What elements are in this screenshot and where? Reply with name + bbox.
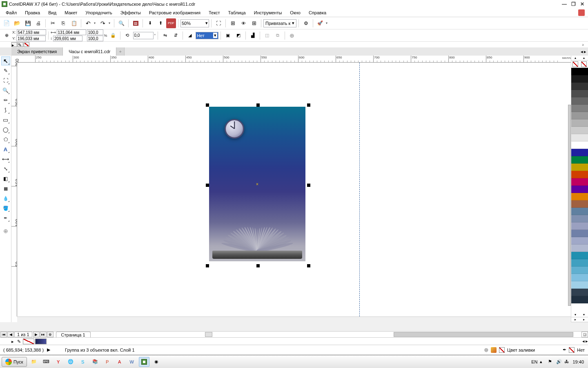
paste-button[interactable] [69, 18, 79, 28]
minimize-button[interactable]: — [560, 1, 568, 7]
task-explorer[interactable]: 📁 [29, 357, 39, 367]
color-swatch[interactable] [580, 259, 588, 267]
page-first[interactable]: ⏮ [0, 332, 7, 337]
handle-se[interactable] [307, 264, 310, 267]
task-coreldraw[interactable] [139, 357, 149, 367]
color-swatch[interactable] [580, 274, 588, 281]
outline-pen-icon[interactable]: ✒ [563, 347, 566, 352]
undo-dropdown[interactable]: ▾ [94, 21, 97, 25]
palette2-up[interactable]: ▴ [580, 56, 588, 61]
navigator-button[interactable]: ◲ [581, 332, 588, 337]
color-swatch[interactable] [580, 134, 588, 141]
color-swatch[interactable] [580, 281, 588, 289]
transparency-tool[interactable] [1, 184, 10, 193]
handle-e[interactable] [307, 184, 310, 187]
page-last[interactable]: ⏭ [40, 332, 47, 337]
print-button[interactable] [33, 18, 43, 28]
color-swatch[interactable] [580, 230, 588, 237]
lang-indicator[interactable]: EN [531, 359, 537, 364]
color-swatch[interactable] [571, 112, 580, 119]
text-tool[interactable] [1, 145, 10, 154]
horizontal-scrollbar[interactable] [17, 316, 582, 322]
scroll-right-icon[interactable]: › [582, 43, 588, 47]
powerclip-button[interactable]: ◩ [234, 31, 243, 40]
publish-button[interactable] [131, 18, 140, 28]
color-swatch[interactable] [571, 164, 580, 171]
outline-tool[interactable] [1, 213, 10, 222]
fillrow-nav-left[interactable]: ◂ [582, 339, 585, 344]
tray-clock[interactable]: 19:40 [572, 359, 584, 364]
close-button[interactable]: ✕ [578, 1, 586, 7]
ellipse-tool[interactable] [1, 125, 10, 134]
color-swatch[interactable] [580, 119, 588, 127]
fillrow-nav-right[interactable]: ▸ [586, 339, 588, 344]
save-button[interactable] [23, 18, 33, 28]
color-swatch[interactable] [580, 186, 588, 193]
artistic-media-tool[interactable] [1, 105, 10, 114]
start-button[interactable]: Пуск [2, 357, 27, 367]
next-icon[interactable]: ▶ [47, 347, 50, 352]
color-swatch[interactable] [571, 215, 580, 222]
color-swatch[interactable] [571, 281, 580, 289]
handle-n[interactable] [256, 103, 260, 107]
task-steam[interactable]: ◉ [151, 357, 162, 367]
canvas[interactable]: × [17, 63, 582, 316]
color-swatch[interactable] [580, 222, 588, 230]
tab-document[interactable]: Часы с книгой11.cdr [63, 47, 116, 56]
menu-file[interactable]: Файл [2, 9, 21, 16]
color-swatch[interactable] [580, 83, 588, 90]
color-swatch[interactable] [580, 68, 588, 75]
color-swatch[interactable] [580, 75, 588, 83]
task-chrome[interactable]: 🌐 [65, 357, 76, 367]
rectangle-tool[interactable] [1, 115, 10, 124]
tab-welcome[interactable]: Экран приветствия [11, 47, 63, 56]
menu-window[interactable]: Окно [286, 9, 305, 16]
color-swatch[interactable] [571, 186, 580, 193]
handle-ne[interactable] [307, 103, 310, 107]
redo-button[interactable] [98, 18, 108, 28]
menu-view[interactable]: Вид [44, 9, 60, 16]
rotation-input[interactable] [133, 32, 154, 39]
color-swatch[interactable] [580, 289, 588, 296]
cut-button[interactable] [48, 18, 58, 28]
zoom-select[interactable]: 50%▾ [180, 19, 209, 27]
color-swatch[interactable] [571, 274, 580, 281]
task-cmd[interactable]: ⌨ [41, 357, 51, 367]
polygon-tool[interactable] [1, 135, 10, 144]
palette-up[interactable]: ▴ [571, 56, 580, 61]
hint-pointer-icon[interactable]: ▸ [11, 42, 17, 47]
tab-nav-left-icon[interactable]: ◂ [581, 49, 583, 54]
task-skype[interactable]: S [78, 357, 88, 367]
export-button[interactable] [156, 18, 165, 28]
hscroll-left[interactable] [205, 332, 212, 337]
show-rulers-button[interactable] [228, 18, 238, 28]
tray-show-hidden-icon[interactable]: ▴ [540, 359, 546, 365]
page-next[interactable]: ▶ [33, 332, 40, 337]
task-winrar[interactable]: 📚 [90, 357, 100, 367]
redo-dropdown[interactable]: ▾ [109, 21, 112, 25]
color-swatch[interactable] [571, 171, 580, 178]
search-button[interactable] [116, 18, 126, 28]
horizontal-ruler[interactable]: 2503003504004505005506006507007508008509… [17, 56, 582, 63]
add-button[interactable] [287, 31, 297, 40]
color-swatch[interactable] [571, 83, 580, 90]
copy-button[interactable] [58, 18, 68, 28]
menu-help[interactable]: Справка [305, 9, 330, 16]
menu-arrange[interactable]: Упорядочить [81, 9, 116, 16]
color-swatch[interactable] [580, 141, 588, 149]
color-swatch[interactable] [571, 252, 580, 259]
grid-button[interactable] [249, 18, 259, 28]
fullscreen-button[interactable] [214, 18, 223, 28]
color-swatch[interactable] [580, 112, 588, 119]
snap-select[interactable]: Привязать к▾ [263, 19, 296, 27]
color-swatch[interactable] [571, 259, 580, 267]
ungroup-all-button[interactable]: ⧉ [273, 31, 283, 40]
eyedropper-tool[interactable] [1, 194, 10, 203]
to-front-button[interactable]: ▟ [248, 31, 258, 40]
tray-network-icon[interactable]: 🖧 [564, 359, 570, 365]
color-swatch[interactable] [580, 178, 588, 186]
new-button[interactable] [2, 18, 11, 28]
preview-button[interactable] [238, 18, 248, 28]
color-swatch[interactable] [571, 237, 580, 245]
color-swatch[interactable] [571, 200, 580, 208]
